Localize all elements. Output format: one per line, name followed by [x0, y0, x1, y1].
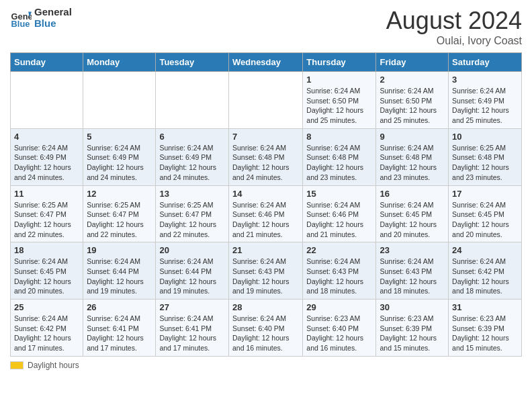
calendar-cell: 3Sunrise: 6:24 AM Sunset: 6:49 PM Daylig… [449, 72, 522, 129]
calendar-cell: 11Sunrise: 6:25 AM Sunset: 6:47 PM Dayli… [11, 185, 83, 242]
calendar-cell: 14Sunrise: 6:24 AM Sunset: 6:46 PM Dayli… [228, 185, 302, 242]
day-number: 5 [87, 132, 152, 142]
day-number: 24 [452, 245, 518, 255]
day-info: Sunrise: 6:23 AM Sunset: 6:39 PM Dayligh… [380, 314, 445, 353]
calendar-cell: 4Sunrise: 6:24 AM Sunset: 6:49 PM Daylig… [11, 128, 83, 185]
day-number: 6 [159, 132, 225, 142]
week-row-4: 18Sunrise: 6:24 AM Sunset: 6:45 PM Dayli… [11, 242, 522, 300]
calendar-cell: 16Sunrise: 6:24 AM Sunset: 6:45 PM Dayli… [376, 185, 449, 242]
calendar-cell: 17Sunrise: 6:24 AM Sunset: 6:45 PM Dayli… [449, 185, 522, 242]
day-info: Sunrise: 6:25 AM Sunset: 6:47 PM Dayligh… [159, 200, 225, 240]
calendar-cell [228, 72, 302, 129]
day-number: 16 [380, 189, 445, 199]
day-info: Sunrise: 6:24 AM Sunset: 6:43 PM Dayligh… [232, 257, 299, 296]
day-number: 15 [306, 189, 372, 199]
day-number: 8 [306, 132, 372, 142]
calendar-cell: 12Sunrise: 6:25 AM Sunset: 6:47 PM Dayli… [83, 185, 156, 242]
calendar-cell: 24Sunrise: 6:24 AM Sunset: 6:42 PM Dayli… [449, 242, 522, 300]
day-info: Sunrise: 6:25 AM Sunset: 6:47 PM Dayligh… [14, 200, 79, 240]
day-number: 20 [159, 245, 225, 255]
weekday-header-friday: Friday [376, 53, 449, 72]
day-info: Sunrise: 6:24 AM Sunset: 6:50 PM Dayligh… [306, 86, 372, 126]
logo: General Blue General Blue [10, 7, 72, 29]
day-number: 1 [306, 75, 372, 85]
day-number: 22 [306, 245, 372, 255]
weekday-header-sunday: Sunday [11, 53, 83, 72]
calendar-cell: 9Sunrise: 6:24 AM Sunset: 6:48 PM Daylig… [376, 128, 449, 185]
weekday-header-thursday: Thursday [303, 53, 376, 72]
day-number: 28 [232, 302, 299, 312]
day-number: 29 [306, 302, 372, 312]
day-number: 27 [159, 302, 225, 312]
day-number: 3 [452, 75, 518, 85]
day-info: Sunrise: 6:24 AM Sunset: 6:49 PM Dayligh… [452, 86, 518, 126]
calendar-cell: 20Sunrise: 6:24 AM Sunset: 6:44 PM Dayli… [156, 242, 229, 300]
day-info: Sunrise: 6:24 AM Sunset: 6:49 PM Dayligh… [14, 143, 79, 183]
subtitle: Oulai, Ivory Coast [386, 35, 522, 47]
calendar-cell: 6Sunrise: 6:24 AM Sunset: 6:49 PM Daylig… [156, 128, 229, 185]
calendar-cell: 26Sunrise: 6:24 AM Sunset: 6:41 PM Dayli… [83, 300, 156, 357]
day-number: 9 [380, 132, 445, 142]
week-row-1: 1Sunrise: 6:24 AM Sunset: 6:50 PM Daylig… [11, 72, 522, 129]
day-info: Sunrise: 6:24 AM Sunset: 6:44 PM Dayligh… [159, 257, 225, 296]
day-number: 23 [380, 245, 445, 255]
day-number: 2 [380, 75, 445, 85]
day-info: Sunrise: 6:24 AM Sunset: 6:45 PM Dayligh… [380, 200, 445, 240]
day-info: Sunrise: 6:24 AM Sunset: 6:44 PM Dayligh… [87, 257, 152, 296]
day-info: Sunrise: 6:24 AM Sunset: 6:46 PM Dayligh… [232, 200, 299, 240]
day-info: Sunrise: 6:24 AM Sunset: 6:49 PM Dayligh… [159, 143, 225, 183]
calendar-cell: 21Sunrise: 6:24 AM Sunset: 6:43 PM Dayli… [228, 242, 302, 300]
day-number: 18 [14, 245, 79, 255]
logo-icon: General Blue [10, 7, 32, 29]
calendar-cell: 10Sunrise: 6:25 AM Sunset: 6:48 PM Dayli… [449, 128, 522, 185]
day-info: Sunrise: 6:24 AM Sunset: 6:49 PM Dayligh… [87, 143, 152, 183]
day-info: Sunrise: 6:24 AM Sunset: 6:50 PM Dayligh… [380, 86, 445, 126]
day-info: Sunrise: 6:23 AM Sunset: 6:39 PM Dayligh… [452, 314, 518, 353]
calendar-cell: 1Sunrise: 6:24 AM Sunset: 6:50 PM Daylig… [303, 72, 376, 129]
weekday-header-row: SundayMondayTuesdayWednesdayThursdayFrid… [11, 53, 522, 72]
day-number: 26 [87, 302, 152, 312]
header: General Blue General Blue August 2024 Ou… [10, 7, 522, 47]
calendar-cell: 5Sunrise: 6:24 AM Sunset: 6:49 PM Daylig… [83, 128, 156, 185]
week-row-2: 4Sunrise: 6:24 AM Sunset: 6:49 PM Daylig… [11, 128, 522, 185]
day-info: Sunrise: 6:24 AM Sunset: 6:40 PM Dayligh… [232, 314, 299, 353]
calendar-table: SundayMondayTuesdayWednesdayThursdayFrid… [10, 52, 522, 357]
footer: Daylight hours [10, 361, 522, 370]
calendar-cell: 18Sunrise: 6:24 AM Sunset: 6:45 PM Dayli… [11, 242, 83, 300]
calendar-cell: 25Sunrise: 6:24 AM Sunset: 6:42 PM Dayli… [11, 300, 83, 357]
weekday-header-wednesday: Wednesday [228, 53, 302, 72]
calendar-cell: 23Sunrise: 6:24 AM Sunset: 6:43 PM Dayli… [376, 242, 449, 300]
weekday-header-monday: Monday [83, 53, 156, 72]
day-number: 4 [14, 132, 79, 142]
day-info: Sunrise: 6:24 AM Sunset: 6:48 PM Dayligh… [380, 143, 445, 183]
calendar-cell: 13Sunrise: 6:25 AM Sunset: 6:47 PM Dayli… [156, 185, 229, 242]
day-info: Sunrise: 6:25 AM Sunset: 6:47 PM Dayligh… [87, 200, 152, 240]
weekday-header-saturday: Saturday [449, 53, 522, 72]
day-number: 12 [87, 189, 152, 199]
day-number: 10 [452, 132, 518, 142]
title-block: August 2024 Oulai, Ivory Coast [386, 7, 522, 47]
calendar-cell: 8Sunrise: 6:24 AM Sunset: 6:48 PM Daylig… [303, 128, 376, 185]
day-info: Sunrise: 6:23 AM Sunset: 6:40 PM Dayligh… [306, 314, 372, 353]
week-row-3: 11Sunrise: 6:25 AM Sunset: 6:47 PM Dayli… [11, 185, 522, 242]
day-info: Sunrise: 6:24 AM Sunset: 6:45 PM Dayligh… [452, 200, 518, 240]
calendar-cell [83, 72, 156, 129]
day-number: 30 [380, 302, 445, 312]
day-info: Sunrise: 6:24 AM Sunset: 6:48 PM Dayligh… [306, 143, 372, 183]
day-info: Sunrise: 6:24 AM Sunset: 6:48 PM Dayligh… [232, 143, 299, 183]
main-title: August 2024 [386, 7, 522, 35]
day-info: Sunrise: 6:24 AM Sunset: 6:42 PM Dayligh… [14, 314, 79, 353]
calendar-cell [156, 72, 229, 129]
calendar-cell: 29Sunrise: 6:23 AM Sunset: 6:40 PM Dayli… [303, 300, 376, 357]
day-number: 31 [452, 302, 518, 312]
day-number: 11 [14, 189, 79, 199]
calendar-cell: 31Sunrise: 6:23 AM Sunset: 6:39 PM Dayli… [449, 300, 522, 357]
day-info: Sunrise: 6:24 AM Sunset: 6:43 PM Dayligh… [306, 257, 372, 296]
day-number: 17 [452, 189, 518, 199]
day-number: 19 [87, 245, 152, 255]
calendar-cell: 30Sunrise: 6:23 AM Sunset: 6:39 PM Dayli… [376, 300, 449, 357]
logo-blue: Blue [34, 18, 72, 30]
day-info: Sunrise: 6:24 AM Sunset: 6:41 PM Dayligh… [87, 314, 152, 353]
svg-text:Blue: Blue [11, 18, 30, 28]
week-row-5: 25Sunrise: 6:24 AM Sunset: 6:42 PM Dayli… [11, 300, 522, 357]
